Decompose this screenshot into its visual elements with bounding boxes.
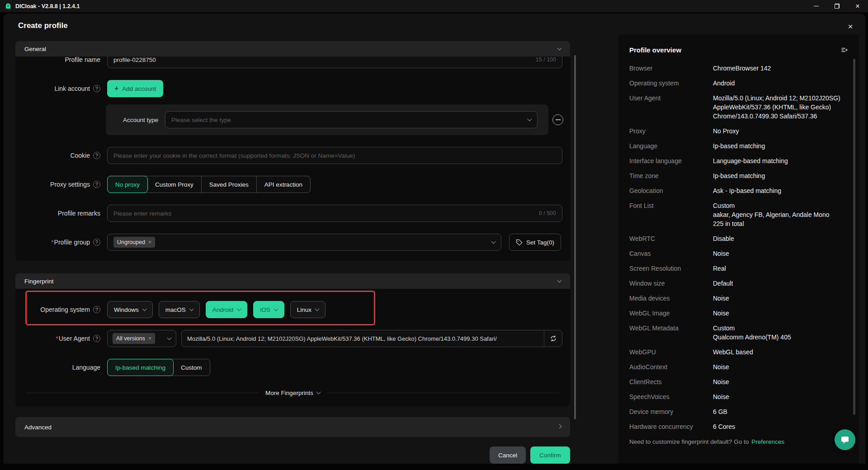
set-tag-button[interactable]: Set Tag(0) [509, 234, 561, 251]
help-icon[interactable]: ? [93, 306, 100, 313]
language-label: Language [15, 364, 100, 371]
advanced-section-header[interactable]: Advanced [15, 417, 570, 437]
overview-row: WebRTC Disable [629, 234, 848, 243]
overview-row: Language Ip-based matching [629, 141, 848, 150]
profile-group-label: *Profile group ? [15, 239, 100, 246]
dialog-close-button[interactable]: × [844, 20, 857, 33]
preferences-link[interactable]: Preferences [751, 438, 784, 445]
page-title: Create profile [18, 21, 68, 30]
chevron-down-icon [316, 390, 321, 395]
general-section-header[interactable]: General [15, 41, 570, 56]
ua-versions-select[interactable]: All versions × [107, 330, 176, 347]
profile-name-input[interactable]: profile-0228750 15 / 100 [107, 56, 562, 68]
language-option[interactable]: Custom [173, 359, 210, 376]
overview-row: ClientRects Noise [629, 377, 848, 386]
fingerprint-section: Fingerprint Operating system ? Windows [15, 273, 570, 406]
proxy-mode-option[interactable]: Saved Proxies [201, 176, 256, 193]
overview-scrollbar[interactable] [853, 59, 855, 415]
proxy-mode-option[interactable]: Custom Proxy [147, 176, 201, 193]
app-logo-icon [5, 3, 12, 10]
chevron-down-icon [557, 46, 562, 51]
remarks-counter: 0 / 500 [534, 210, 556, 216]
overview-row: SpeechVoices Noise [629, 392, 848, 401]
overview-row: Time zone Ip-based matching [629, 171, 848, 180]
overview-row: AudioContext Noise [629, 362, 848, 371]
refresh-ua-button[interactable] [544, 330, 562, 347]
user-agent-field: Mozilla/5.0 (Linux; Android 12; M2102J20… [181, 330, 562, 347]
profile-remarks-input[interactable]: Please enter remarks 0 / 500 [107, 205, 562, 222]
collapse-panel-icon[interactable] [840, 47, 848, 53]
os-option[interactable]: Android [206, 301, 248, 318]
profile-remarks-label: Profile remarks [15, 210, 100, 217]
titlebar: DICloak - V2.8.8 | 1.2.4.1 × [0, 0, 868, 12]
os-buttons: Windows macOS Android iOS [107, 301, 326, 318]
restore-icon [835, 4, 840, 9]
proxy-mode-option[interactable]: No proxy [107, 176, 148, 193]
overview-row: WebGL Metadata CustomQualcomm Adreno(TM)… [629, 324, 848, 342]
chat-bubble-icon [840, 434, 850, 445]
overview-title: Profile overview [629, 46, 681, 54]
help-icon[interactable]: ? [93, 239, 100, 246]
more-fingerprints-button[interactable]: More Fingerprints [259, 390, 327, 396]
os-option[interactable]: iOS [253, 301, 284, 318]
profile-group-select[interactable]: Ungrouped × [107, 234, 501, 251]
tag-icon [516, 239, 523, 246]
overview-row: Interface language Language-based matchi… [629, 156, 848, 165]
operating-system-label: Operating system ? [15, 306, 100, 313]
overview-row: User Agent Mozilla/5.0 (Linux; Android 1… [629, 94, 848, 121]
profile-name-value: profile-0228750 [113, 56, 156, 63]
restore-button[interactable] [826, 0, 847, 12]
chevron-down-icon [315, 307, 320, 311]
account-type-select[interactable]: Please select the type [165, 111, 538, 128]
chat-widget-button[interactable] [835, 429, 855, 450]
chip-remove-icon[interactable]: × [148, 336, 151, 342]
chevron-down-icon [274, 307, 278, 311]
confirm-button[interactable]: Confirm [530, 446, 570, 464]
user-agent-label: *User Agent ? [15, 335, 100, 342]
close-window-button[interactable]: × [847, 0, 868, 12]
account-type-row: Account type Please select the type [15, 104, 570, 135]
help-icon[interactable]: ? [93, 152, 100, 159]
language-row: Language Ip-based matchingCustom [15, 359, 570, 376]
account-type-label: Account type [123, 117, 158, 123]
divider [327, 393, 560, 393]
proxy-settings-row: Proxy settings ? No proxyCustom ProxySav… [15, 176, 570, 193]
user-agent-input[interactable]: Mozilla/5.0 (Linux; Android 12; M2102J20… [182, 330, 544, 347]
overview-row: Font List Customaakar, Agency FB, Algeri… [629, 201, 848, 228]
language-segmented: Ip-based matchingCustom [107, 359, 210, 376]
cookie-input[interactable]: Please enter your cookie in the correct … [107, 147, 562, 164]
help-icon[interactable]: ? [93, 85, 100, 92]
overview-rows: Browser ChromeBrowser 142 Operating syst… [629, 64, 848, 431]
overview-row: Geolocation Ask - Ip-based matching [629, 186, 848, 195]
profile-remarks-row: Profile remarks Please enter remarks 0 /… [15, 205, 570, 222]
divider [25, 393, 259, 393]
plus-icon: + [114, 85, 118, 92]
profile-form: General Profile name profile-0228750 15 … [15, 41, 570, 464]
refresh-icon [550, 335, 557, 342]
proxy-mode-option[interactable]: API extraction [256, 176, 310, 193]
minimize-button[interactable] [806, 0, 826, 12]
help-icon[interactable]: ? [93, 181, 100, 188]
fingerprint-section-header[interactable]: Fingerprint [15, 273, 570, 289]
form-scrollbar[interactable] [574, 55, 576, 419]
chip-remove-icon[interactable]: × [148, 240, 151, 245]
fingerprint-section-title: Fingerprint [24, 278, 54, 285]
os-option[interactable]: macOS [159, 301, 200, 318]
chevron-down-icon [237, 307, 241, 311]
app-title: DICloak - V2.8.8 | 1.2.4.1 [15, 3, 80, 9]
os-option[interactable]: Windows [107, 301, 153, 318]
overview-row: Device memory 6 GB [629, 407, 848, 416]
overview-row: Screen Resolution Real [629, 264, 848, 273]
add-account-button[interactable]: + Add account [107, 80, 163, 97]
help-icon[interactable]: ? [93, 335, 100, 342]
remove-account-button[interactable] [552, 114, 563, 125]
overview-footer: Need to customize fingerprint default? G… [629, 438, 848, 445]
cancel-button[interactable]: Cancel [490, 446, 526, 464]
close-icon: × [855, 3, 859, 10]
app-window: { "titlebar": { "app_title": "DICloak - … [0, 0, 868, 470]
language-option[interactable]: Ip-based matching [107, 359, 174, 376]
os-option[interactable]: Linux [290, 301, 326, 318]
cookie-label: Cookie ? [15, 152, 100, 159]
chevron-down-icon [528, 117, 532, 122]
overview-row: WebGL Image Noise [629, 309, 848, 318]
